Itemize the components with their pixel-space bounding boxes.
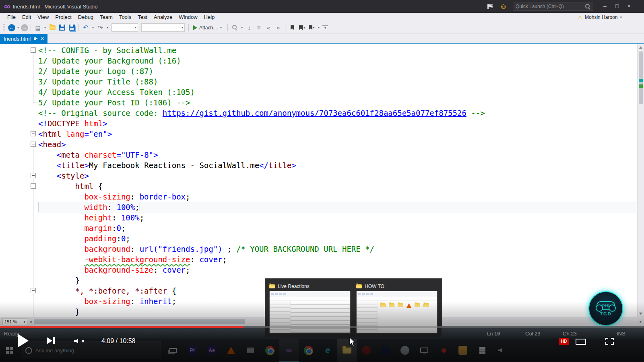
undo-icon[interactable]: ↶ <box>81 23 90 32</box>
collapse-toggle[interactable] <box>31 173 36 178</box>
code-line-15[interactable]: box-sizing: border-box; <box>38 191 637 202</box>
zoom-level-combo[interactable]: 151 % ▾ <box>2 318 27 325</box>
code-line-21[interactable]: -webkit-background-size: cover; <box>38 254 637 265</box>
tab-close-icon[interactable]: × <box>41 36 44 41</box>
menu-item-window[interactable]: Window <box>175 14 200 20</box>
save-all-icon[interactable] <box>67 23 76 32</box>
code-line-2[interactable]: 1/ Update your Background (:16) <box>38 56 637 66</box>
code-line-14[interactable]: html { <box>38 181 637 191</box>
quick-launch-box[interactable]: Quick Launch (Ctrl+Q) <box>513 2 593 11</box>
find-in-files-icon[interactable] <box>230 23 239 32</box>
chrome-profile-icon[interactable] <box>299 339 318 362</box>
tab-friends-html[interactable]: friends.html × <box>0 34 47 43</box>
audio-app-icon[interactable] <box>492 339 511 362</box>
new-file-icon[interactable]: ▤ <box>33 23 42 32</box>
installer-app-icon[interactable] <box>241 339 260 362</box>
code-line-22[interactable]: background-size: cover; <box>38 265 637 275</box>
horizontal-scrollbar-thumb[interactable] <box>34 319 245 324</box>
task-view-button[interactable] <box>163 339 183 362</box>
code-editor[interactable]: <!-- CONFIG - by SocialWall.me1/ Update … <box>0 44 644 317</box>
save-icon[interactable] <box>58 23 66 32</box>
code-line-11[interactable]: <meta charset="UTF-8"> <box>38 150 637 160</box>
code-line-12[interactable]: <title>My Facebook Reactions - SocialWal… <box>38 160 637 171</box>
menu-item-help[interactable]: Help <box>201 14 218 20</box>
menu-item-view[interactable]: View <box>34 14 52 20</box>
code-line-17[interactable]: height: 100%; <box>38 212 637 223</box>
notifications-button[interactable]: 3 <box>487 4 493 9</box>
indent-icon[interactable]: » <box>274 23 283 32</box>
browser-combo[interactable]: ▾ <box>141 23 185 32</box>
menu-item-tools[interactable]: Tools <box>116 14 134 20</box>
toggle-bookmark-icon[interactable] <box>288 23 297 32</box>
display-app-icon[interactable] <box>415 339 434 362</box>
pin-icon[interactable] <box>33 37 38 41</box>
open-file-icon[interactable] <box>48 23 57 32</box>
code-line-10[interactable]: <head> <box>38 139 637 150</box>
menu-item-team[interactable]: Team <box>97 14 116 20</box>
scrollbar-thumb[interactable] <box>639 51 643 104</box>
outdent-icon[interactable]: « <box>264 23 273 32</box>
code-line-16[interactable]: width: 100%; <box>38 202 637 212</box>
code-line-8[interactable]: <!DOCTYPE html> <box>38 118 637 129</box>
cortana-search[interactable]: Ask me anything <box>21 341 161 359</box>
chrome-icon[interactable] <box>260 339 279 362</box>
code-line-13[interactable]: <style> <box>38 171 637 181</box>
undo-dropdown[interactable]: ▾ <box>91 26 95 29</box>
fullscreen-button[interactable] <box>605 338 614 345</box>
scroll-left-icon[interactable]: ◂ <box>27 319 34 324</box>
red-circle-app-icon[interactable] <box>357 339 376 362</box>
collapse-toggle[interactable] <box>31 47 36 53</box>
code-line-20[interactable]: background: url("friends.jpg") ; /* YOUR… <box>38 244 637 254</box>
after-effects-icon[interactable]: Ae <box>202 339 221 362</box>
dark-app-icon[interactable] <box>376 339 395 362</box>
nav-back-dropdown[interactable]: ▾ <box>16 26 20 29</box>
minimize-button[interactable]: – <box>599 1 611 12</box>
mute-button[interactable]: × <box>74 338 85 344</box>
code-line-9[interactable]: <html lang="en"> <box>38 129 637 139</box>
menu-item-edit[interactable]: Edit <box>19 14 34 20</box>
yellow-app-icon[interactable] <box>453 339 473 362</box>
code-line-6[interactable]: 5/ Update your Post ID (:106) --> <box>38 97 637 108</box>
notes-app-icon[interactable] <box>473 339 492 362</box>
toolbar-overflow-button[interactable]: ▾ <box>322 25 328 30</box>
code-line-4[interactable]: 3/ Update your Title (:88) <box>38 76 637 87</box>
scroll-down-icon[interactable] <box>639 313 642 315</box>
menu-item-project[interactable]: Project <box>52 14 74 20</box>
collapse-toggle[interactable] <box>31 131 36 136</box>
feedback-smiley-icon[interactable]: ☺ <box>500 2 507 10</box>
menu-item-debug[interactable]: Debug <box>75 14 97 20</box>
menu-item-file[interactable]: File <box>4 14 19 20</box>
nav-back-icon[interactable]: ← <box>8 24 15 31</box>
scroll-right-icon[interactable]: ▸ <box>638 319 644 324</box>
new-file-dropdown[interactable]: ▾ <box>43 26 47 29</box>
collapse-toggle[interactable] <box>31 142 36 147</box>
nav-forward-icon[interactable]: → <box>21 24 28 31</box>
next-button[interactable] <box>47 337 55 344</box>
code-line-1[interactable]: <!-- CONFIG - by SocialWall.me <box>38 45 637 56</box>
visual-studio-icon[interactable]: ∞ <box>279 339 299 362</box>
code-text-area[interactable]: <!-- CONFIG - by SocialWall.me1/ Update … <box>38 44 637 317</box>
close-button[interactable]: × <box>623 1 635 12</box>
code-line-18[interactable]: margin:0; <box>38 223 637 233</box>
menu-item-analyze[interactable]: Analyze <box>151 14 175 20</box>
theater-mode-button[interactable] <box>576 339 586 345</box>
find-dropdown[interactable]: ▾ <box>240 26 244 29</box>
collapse-toggle[interactable] <box>31 288 36 293</box>
edge-icon[interactable]: e <box>318 339 337 362</box>
code-line-5[interactable]: 4/ Update your Access Token (:105) <box>38 87 637 97</box>
scroll-up-icon[interactable] <box>639 46 642 49</box>
user-account-button[interactable]: ⚠ Mohsin Haroon ▾ <box>578 14 622 21</box>
next-bookmark-icon[interactable]: ▸ <box>307 23 316 32</box>
play-button[interactable] <box>18 334 29 348</box>
collapse-toggle[interactable] <box>31 183 36 189</box>
gray-circle-app-icon[interactable] <box>395 339 415 362</box>
vlc-icon[interactable] <box>221 339 241 362</box>
hd-quality-badge[interactable]: HD <box>559 338 569 345</box>
line-list-icon[interactable]: ≡ <box>254 23 263 32</box>
prev-bookmark-icon[interactable]: ◂ <box>297 23 306 32</box>
attach-button[interactable]: Attach...▾ <box>191 25 225 31</box>
video-progress-bar[interactable] <box>0 326 644 328</box>
vertical-scrollbar[interactable] <box>637 44 644 317</box>
navigate-icon[interactable]: ↕ <box>245 23 254 32</box>
code-line-3[interactable]: 2/ Update your Logo (:87) <box>38 66 637 76</box>
